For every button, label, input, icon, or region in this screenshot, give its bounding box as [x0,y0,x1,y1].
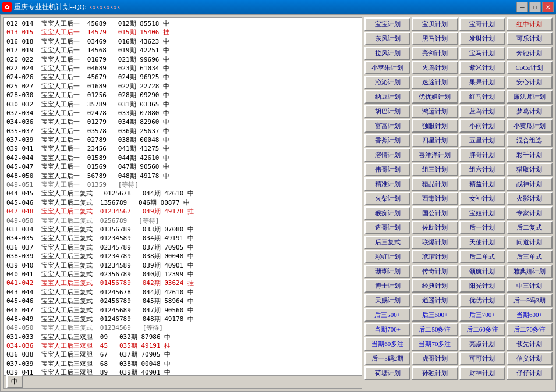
plan-item[interactable]: 虎哥计划 [412,352,458,365]
plan-item[interactable]: 后二50多注 [412,323,458,336]
plan-item[interactable]: 梦葛计划 [507,105,553,118]
plan-item[interactable]: 优优计划 [459,294,505,307]
plan-item[interactable]: 逍遥计划 [412,294,458,307]
plan-item[interactable]: 后一5码3期 [507,294,553,307]
plan-item[interactable]: 鸿运计划 [412,105,458,118]
plan-item[interactable]: 亮点计划 [459,337,505,351]
plan-item[interactable]: 后三700+ [459,308,505,322]
plan-item[interactable]: 香蕉计划 [364,134,410,147]
plan-item[interactable]: 彩千计划 [507,148,553,162]
plan-item[interactable]: 国公计划 [412,206,458,220]
plan-item[interactable]: 紫米计划 [459,61,505,74]
plan-item[interactable]: 后三600+ [412,308,458,322]
plan-item[interactable]: 经典计划 [412,279,458,293]
plan-item[interactable]: 可可计划 [459,352,505,365]
plan-item[interactable]: 宝宝计划 [364,17,410,31]
close-button[interactable]: ✕ [542,2,554,12]
plan-item[interactable]: 佐助计划 [412,221,458,234]
plan-item[interactable]: 联爆计划 [412,236,458,249]
plan-item[interactable]: 火柴计划 [364,192,410,205]
plan-item[interactable]: 纳豆计划 [364,90,410,104]
plan-item[interactable]: 西毒计划 [412,192,458,205]
plan-item[interactable]: 后二60多注 [459,323,505,336]
plan-item[interactable]: 精益计划 [459,177,505,191]
plan-item[interactable]: 女神计划 [459,192,505,205]
plan-item[interactable]: 果果计划 [459,76,505,89]
plan-item[interactable]: 猎取计划 [507,163,553,176]
plan-item[interactable]: 宝哥计划 [459,17,505,31]
plan-item[interactable]: 当期600+ [507,308,553,322]
plan-item[interactable]: 奔驰计划 [507,47,553,60]
plan-item[interactable]: 信义计划 [507,352,553,365]
plan-item[interactable]: 战神计划 [507,177,553,191]
plan-item[interactable]: 孙独计划 [412,366,458,380]
plan-item[interactable]: 安心计划 [507,76,553,89]
plan-item[interactable]: 领航计划 [459,265,505,278]
plan-item[interactable]: CoCo计划 [507,61,553,74]
plan-item[interactable]: 珊瑚计划 [364,265,410,278]
plan-item[interactable]: 迷途计划 [412,76,458,89]
plan-item[interactable]: 五星计划 [459,134,505,147]
plan-item[interactable]: 彩虹计划 [364,250,410,263]
plan-item[interactable]: 沁沁计划 [364,76,410,89]
plan-item[interactable]: 传奇计划 [412,265,458,278]
plan-item[interactable]: 猴痴计划 [364,206,410,220]
plan-item[interactable]: 猎品计划 [412,177,458,191]
plan-item[interactable]: 红马计划 [459,90,505,104]
plan-item[interactable]: 精准计划 [364,177,410,191]
plan-item[interactable]: 火影计划 [507,192,553,205]
plan-item[interactable]: 伟哥计划 [364,163,410,176]
plan-item[interactable]: 红中计划 [507,17,553,31]
plan-item[interactable]: 后一5码2期 [364,352,410,365]
plan-item[interactable]: 后三单式 [507,250,553,263]
plan-item[interactable]: 领先计划 [507,337,553,351]
plan-item[interactable]: 胖哥计划 [459,148,505,162]
plan-item[interactable]: 造哥计划 [364,221,410,234]
plan-item[interactable]: 小雨计划 [459,119,505,133]
plan-text-area[interactable]: 012-014 宝宝人工后一 45689 012期 85518 中013-015… [4,18,362,375]
plan-item[interactable]: 雅典娜计划 [507,265,553,278]
plan-item[interactable]: 当期60多注 [364,337,410,351]
plan-item[interactable]: 宝马计划 [459,47,505,60]
plan-item[interactable]: 拉风计划 [364,47,410,60]
maximize-button[interactable]: □ [529,2,541,12]
plan-item[interactable]: 小黄瓜计划 [507,119,553,133]
plan-item[interactable]: 后二70多注 [507,323,553,336]
plan-item[interactable]: 优优姐计划 [412,90,458,104]
plan-item[interactable]: 天使计划 [459,236,505,249]
plan-item[interactable]: 问道计划 [507,236,553,249]
plan-item[interactable]: 博士计划 [364,279,410,293]
status-button[interactable]: 中 [6,375,23,389]
plan-item[interactable]: 当期700+ [364,323,410,336]
plan-item[interactable]: 发财计划 [459,32,505,45]
plan-item[interactable]: 蓝鸟计划 [459,105,505,118]
plan-item[interactable]: 可乐计划 [507,32,553,45]
plan-item[interactable]: 胡巴计划 [364,105,410,118]
plan-item[interactable]: 四星计划 [412,134,458,147]
plan-item[interactable]: 当期70多注 [412,337,458,351]
plan-item[interactable]: 东风计划 [364,32,410,45]
plan-item[interactable]: 专家计划 [507,206,553,220]
plan-item[interactable]: 中三计划 [507,279,553,293]
plan-item[interactable]: 宝贝计划 [412,17,458,31]
plan-item[interactable]: 财神计划 [459,366,505,380]
plan-item[interactable]: 天赐计划 [364,294,410,307]
plan-item[interactable]: 后三500+ [364,308,410,322]
plan-item[interactable]: 独眼计划 [412,119,458,133]
plan-item[interactable]: 阳光计划 [459,279,505,293]
plan-item[interactable]: 荷塘计划 [364,366,410,380]
plan-item[interactable]: 小苹果计划 [364,61,410,74]
plan-item[interactable]: 混合组选 [507,134,553,147]
plan-item[interactable]: 宝姐计划 [459,206,505,220]
plan-item[interactable]: 后三复式 [364,236,410,249]
plan-item[interactable]: 黑马计划 [412,32,458,45]
plan-item[interactable]: 组三计划 [412,163,458,176]
plan-item[interactable]: 后一计划 [459,221,505,234]
plan-item[interactable]: 火鸟计划 [412,61,458,74]
plan-item[interactable]: 喜洋洋计划 [412,148,458,162]
plan-item[interactable]: 后二复式 [507,221,553,234]
plan-item[interactable]: 亮剑计划 [412,47,458,60]
plan-item[interactable]: 仔仔计划 [507,366,553,380]
minimize-button[interactable]: ─ [516,2,528,12]
plan-item[interactable]: 富富计划 [364,119,410,133]
